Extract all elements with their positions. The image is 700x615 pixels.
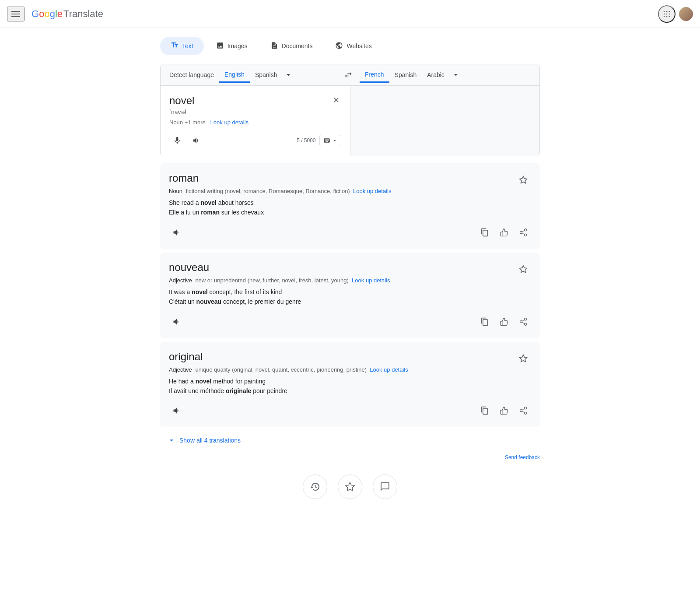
thumbs-up-btn-2[interactable] [496, 403, 512, 418]
share-icon [519, 228, 528, 237]
star-button-0[interactable] [515, 172, 531, 189]
keyboard-icon [323, 137, 330, 144]
star-icon [519, 354, 528, 363]
result-actions-2 [169, 403, 531, 418]
svg-point-9 [525, 228, 527, 231]
share-btn-2[interactable] [515, 403, 531, 418]
char-count: 5 / 5000 [297, 137, 315, 144]
result-actions-right-0 [477, 225, 531, 240]
source-english-button[interactable]: English [219, 67, 250, 83]
source-spanish-button[interactable]: Spanish [250, 68, 283, 82]
translation-container: Detect language English Spanish French S… [160, 64, 540, 156]
result-card-1: nouveau Adjective new or unpredented (ne… [160, 253, 540, 338]
copy-btn-0[interactable] [477, 225, 493, 240]
copy-btn-1[interactable] [477, 314, 493, 330]
speaker-btn-0[interactable] [169, 225, 185, 240]
header: G o o g l e Translate [0, 0, 700, 28]
tab-documents-label: Documents [282, 42, 313, 49]
result-header-0: roman Noun fictional writing (novel, rom… [169, 172, 531, 218]
result-actions-1 [169, 314, 531, 330]
target-lang-more-button[interactable] [450, 69, 462, 81]
lookup-link-2[interactable]: Look up details [370, 366, 408, 373]
show-all-button[interactable]: Show all 4 translations [160, 431, 540, 450]
target-arabic-button[interactable]: Arabic [422, 68, 450, 82]
clear-button[interactable]: ✕ [329, 93, 343, 108]
language-bar: Detect language English Spanish French S… [161, 64, 539, 86]
history-icon [310, 481, 320, 492]
star-button-2[interactable] [515, 351, 531, 368]
speaker-btn-1[interactable] [169, 314, 185, 330]
speaker-button[interactable] [189, 133, 204, 148]
look-up-details-link[interactable]: Look up details [210, 119, 248, 126]
source-lang-more-button[interactable] [282, 69, 294, 81]
svg-line-22 [522, 411, 525, 413]
share-btn-1[interactable] [515, 314, 531, 330]
svg-line-17 [522, 322, 525, 323]
keyboard-button[interactable] [319, 135, 341, 146]
detect-language-button[interactable]: Detect language [164, 68, 219, 82]
result-actions-right-1 [477, 314, 531, 330]
apps-button[interactable] [658, 5, 676, 23]
svg-line-12 [522, 233, 525, 234]
result-card-2: original Adjective unique quality (origi… [160, 342, 540, 428]
input-meta: Noun +1 more Look up details [169, 119, 341, 126]
svg-point-4 [666, 13, 668, 14]
result-word-1: nouveau Adjective new or unpredented (ne… [169, 261, 390, 307]
svg-line-23 [522, 409, 525, 410]
lookup-link-1[interactable]: Look up details [352, 277, 390, 284]
microphone-button[interactable] [169, 133, 185, 148]
copy-btn-2[interactable] [477, 403, 493, 418]
main-content: Text Images Documents Websites Dete [153, 28, 547, 518]
result-card-0: roman Noun fictional writing (novel, rom… [160, 163, 540, 249]
star-button-1[interactable] [515, 261, 531, 278]
svg-point-16 [525, 323, 527, 325]
logo-letter-o1: o [39, 8, 44, 20]
share-btn-0[interactable] [515, 225, 531, 240]
tab-images[interactable]: Images [206, 37, 258, 55]
svg-line-18 [522, 320, 525, 321]
tab-text[interactable]: Text [160, 37, 204, 55]
lookup-link-0[interactable]: Look up details [353, 188, 391, 194]
documents-tab-icon [270, 42, 278, 51]
result-example-2: He had a novel method for painting Il av… [169, 376, 408, 396]
thumbs-up-btn-1[interactable] [496, 314, 512, 330]
target-lang-bar: French Spanish Arabic [356, 64, 536, 85]
speaker-btn-2[interactable] [169, 403, 185, 418]
volume-icon [172, 228, 181, 237]
svg-point-14 [525, 318, 527, 320]
svg-point-11 [525, 234, 527, 236]
logo-letter-o2: o [44, 8, 49, 20]
output-panel [350, 86, 540, 156]
swap-languages-button[interactable] [340, 67, 356, 83]
result-word-0: roman Noun fictional writing (novel, rom… [169, 172, 391, 218]
tab-documents[interactable]: Documents [260, 37, 323, 55]
text-tab-icon [171, 41, 178, 51]
send-feedback-link[interactable]: Send feedback [505, 454, 540, 460]
menu-button[interactable] [7, 7, 24, 21]
svg-point-6 [664, 16, 665, 17]
tab-websites[interactable]: Websites [325, 37, 382, 55]
target-spanish-button[interactable]: Spanish [389, 68, 422, 82]
star-icon [519, 265, 528, 274]
chevron-down-icon [284, 70, 293, 79]
thumbs-up-btn-0[interactable] [496, 225, 512, 240]
history-button[interactable] [303, 474, 327, 499]
translation-body: novel ˈnāvəl Noun +1 more Look up detail… [161, 86, 539, 156]
svg-point-15 [520, 320, 522, 323]
chevron-down-icon [167, 436, 176, 445]
svg-point-1 [666, 11, 668, 12]
saved-button[interactable] [338, 474, 362, 499]
logo-letter-e: e [57, 8, 63, 20]
input-text: novel [169, 95, 341, 107]
input-actions-left [169, 133, 204, 148]
logo-letter-g: G [32, 8, 39, 20]
svg-point-5 [669, 13, 670, 14]
menu-line [11, 11, 20, 12]
tab-websites-label: Websites [346, 42, 371, 49]
input-actions: 5 / 5000 [169, 133, 341, 148]
results-section: roman Noun fictional writing (novel, rom… [160, 163, 540, 450]
community-button[interactable] [373, 474, 397, 499]
community-icon [380, 481, 390, 492]
target-french-button[interactable]: French [360, 67, 389, 83]
avatar[interactable] [679, 7, 693, 21]
